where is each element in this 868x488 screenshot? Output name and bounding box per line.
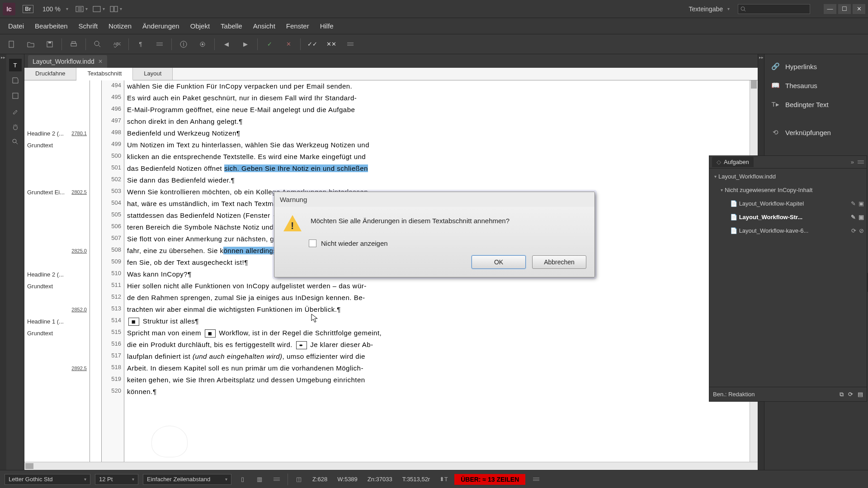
text-line[interactable]: Hier sollen nicht alle Funktionen von In… <box>127 280 750 292</box>
type-tool-icon[interactable]: T <box>9 59 22 71</box>
panel-verknüpfungen[interactable]: ⟲Verknüpfungen <box>764 123 868 142</box>
new-icon[interactable] <box>5 37 19 52</box>
next-icon[interactable]: ▶ <box>238 37 253 52</box>
text-line[interactable]: können.¶ <box>127 386 750 398</box>
minimize-button[interactable]: — <box>824 4 836 14</box>
font-size-dropdown[interactable]: 12 Pt <box>95 474 138 485</box>
checkin-icon[interactable] <box>195 37 210 52</box>
tree-item-0[interactable]: 📄 Layout_Workflow-Kapitel✎▣ <box>710 197 866 210</box>
text-line[interactable]: trachten wir aber einmal die wichtigsten… <box>127 304 750 315</box>
menu-notizen[interactable]: Notizen <box>103 19 137 33</box>
horizontal-scrollbar[interactable] <box>24 462 758 470</box>
document-tab-label: Layout_Workflow.indd <box>33 58 94 65</box>
menu-aenderungen[interactable]: Änderungen <box>137 19 185 33</box>
text-line[interactable]: wählen Sie die Funktion Für InCopy verpa… <box>127 80 750 92</box>
text-line[interactable]: das Bedienfeld Notizen öffnet sich. Gebe… <box>127 163 750 174</box>
arrange-dropdown[interactable] <box>108 2 124 16</box>
text-line[interactable]: keiten gehen, wie Sie Ihren Arbeitsplatz… <box>127 374 750 386</box>
tree-group[interactable]: ▾Nicht zugewiesener InCopy-Inhalt <box>710 183 866 197</box>
statusbar-more-1[interactable] <box>270 474 283 485</box>
save-icon[interactable] <box>42 37 57 52</box>
screen-mode-dropdown[interactable] <box>91 2 107 16</box>
search-input[interactable] <box>738 4 810 14</box>
show-hidden-icon[interactable]: ¶ <box>133 37 148 52</box>
view-options-dropdown[interactable] <box>74 2 90 16</box>
prev-icon[interactable]: ◀ <box>219 37 234 52</box>
text-line[interactable]: de den Rahmen sprengen, zumal Sie ja ein… <box>127 292 750 304</box>
tree-item-2[interactable]: 📄 Layout_Workflow-kave-6...⟳⊘ <box>710 224 866 237</box>
ok-button[interactable]: OK <box>472 255 526 269</box>
hand-tool-icon[interactable] <box>9 120 22 133</box>
panel-menu-icon[interactable] <box>858 160 864 164</box>
text-line[interactable]: schon direkt in den Anhang gelegt.¶ <box>127 116 750 127</box>
zoom-dropdown[interactable]: 100 % <box>37 5 74 14</box>
toolbar-more-2[interactable] <box>343 37 358 52</box>
panel-thesaurus[interactable]: 📖Thesaurus <box>764 76 868 95</box>
refresh-all-icon[interactable]: ⟳ <box>848 391 853 398</box>
update-design-icon[interactable]: ⧉ <box>840 391 844 398</box>
menu-objekt[interactable]: Objekt <box>185 19 215 33</box>
menu-bearbeiten[interactable]: Bearbeiten <box>29 19 73 33</box>
panel-hyperlinks[interactable]: 🔗Hyperlinks <box>764 57 868 76</box>
menu-fenster[interactable]: Fenster <box>281 19 315 33</box>
tree-root[interactable]: ▾Layout_Workflow.indd <box>710 169 866 183</box>
stats-icon[interactable]: ◫ <box>292 474 305 485</box>
open-icon[interactable] <box>24 37 38 52</box>
close-document-icon[interactable]: ✕ <box>98 58 103 65</box>
bridge-button[interactable]: Br <box>20 2 36 16</box>
menu-schrift[interactable]: Schrift <box>73 19 104 33</box>
text-line[interactable]: Bedienfeld und Werkzeug Notizen¶ <box>127 127 750 139</box>
menu-tabelle[interactable]: Tabelle <box>215 19 248 33</box>
edit-icon[interactable]: ✎ <box>851 214 856 221</box>
text-line[interactable]: klicken an die entsprechende Textstelle.… <box>127 151 750 163</box>
cancel-button[interactable]: Abbrechen <box>532 255 586 269</box>
text-line[interactable]: Es wird auch ein Paket geschnürt, nur in… <box>127 92 750 104</box>
menu-hilfe[interactable]: Hilfe <box>315 19 339 33</box>
refresh-icon[interactable]: ⟳ <box>851 227 856 234</box>
text-line[interactable]: laufplan definiert ist (und auch eingeha… <box>127 351 750 362</box>
document-tab[interactable]: Layout_Workflow.indd ✕ <box>28 55 107 68</box>
toolbar-more-1[interactable] <box>152 37 167 52</box>
menu-datei[interactable]: Datei <box>3 19 29 33</box>
text-line[interactable]: Sie dann das Bedienfeld wieder.¶ <box>127 174 750 186</box>
panel-expand-icon[interactable]: » <box>851 159 854 165</box>
dont-show-again-checkbox[interactable] <box>309 239 316 247</box>
text-line[interactable]: E-Mail-Programm geöffnet, eine neue E-Ma… <box>127 104 750 116</box>
multi-column-icon[interactable]: ▥ <box>253 474 266 485</box>
text-line[interactable]: Arbeit. In diesem Kapitel soll es nun pr… <box>127 362 750 374</box>
line-spacing-dropdown[interactable]: Einfacher Zeilenabstand <box>143 474 231 485</box>
eyedropper-tool-icon[interactable] <box>9 105 22 117</box>
text-line[interactable]: Um Notizen im Text zu hinterlassen, wähl… <box>127 139 750 151</box>
font-family-dropdown[interactable]: Letter Gothic Std <box>5 474 90 485</box>
single-column-icon[interactable]: ▯ <box>236 474 249 485</box>
tab-druckfahne[interactable]: Druckfahne <box>24 68 76 80</box>
assignments-tab[interactable]: ◇ Aufgaben <box>712 157 754 167</box>
tab-layout[interactable]: Layout <box>133 68 173 80</box>
tree-item-1[interactable]: 📄 Layout_Workflow-Str...✎▣ <box>710 210 866 224</box>
note-tool-icon[interactable] <box>9 74 22 87</box>
maximize-button[interactable]: ☐ <box>838 4 851 14</box>
copyfit-icon[interactable]: ⬍T <box>437 474 450 485</box>
collapse-left-strip[interactable]: ▸▸ <box>0 54 6 470</box>
workspace-dropdown[interactable]: Texteingabe <box>685 5 733 14</box>
zoom-tool-icon[interactable] <box>9 136 22 148</box>
menu-ansicht[interactable]: Ansicht <box>248 19 281 33</box>
edit-icon[interactable]: ✎ <box>851 200 856 207</box>
goto-content-icon[interactable]: ▤ <box>858 391 863 398</box>
print-icon[interactable] <box>66 37 81 52</box>
position-tool-icon[interactable] <box>9 89 22 102</box>
statusbar-more-2[interactable] <box>530 474 542 485</box>
checkout-icon[interactable] <box>176 37 191 52</box>
text-line[interactable]: ▦ Struktur ist alles¶ <box>127 315 750 327</box>
tab-textabschnitt[interactable]: Textabschnitt <box>76 68 133 80</box>
find-icon[interactable] <box>90 37 105 52</box>
text-line[interactable]: Spricht man von einem ▦ Workflow, ist in… <box>127 327 750 339</box>
close-window-button[interactable]: ✕ <box>853 4 865 14</box>
accept-change-icon[interactable]: ✓ <box>262 37 277 52</box>
spellcheck-icon[interactable]: ABC <box>109 37 124 52</box>
reject-all-icon[interactable]: ✕✕ <box>324 37 339 52</box>
panel-bedingter text[interactable]: T▸Bedingter Text <box>764 95 868 114</box>
reject-change-icon[interactable]: ✕ <box>281 37 296 52</box>
accept-all-icon[interactable]: ✓✓ <box>305 37 320 52</box>
text-line[interactable]: die ein Produkt durchläuft, bis es ferti… <box>127 339 750 351</box>
